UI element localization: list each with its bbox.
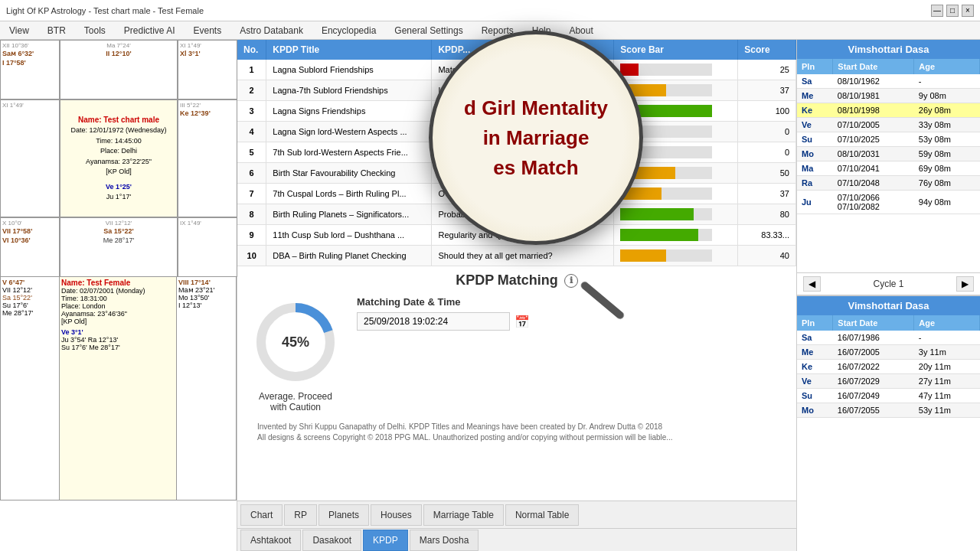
menu-events[interactable]: Events <box>191 24 225 37</box>
tab-rp[interactable]: RP <box>284 504 317 526</box>
dasa-date: 16/07/2029 <box>833 373 914 388</box>
dasa-date: 16/07/2022 <box>833 359 914 373</box>
dasa-row: Ve 16/07/2029 27y 11m <box>797 373 980 388</box>
dasa-age: 53y 08m <box>914 132 980 147</box>
menu-astro-databank[interactable]: Astro Databank <box>237 24 306 37</box>
dasa-row: Ra 07/10/2048 76y 08m <box>797 176 980 191</box>
dasa-pln: Sa <box>797 74 833 89</box>
menu-encyclopedia[interactable]: Encyclopedia <box>318 24 379 37</box>
donut-section: 45% Average. Proceed with Caution <box>250 296 341 412</box>
menu-view[interactable]: View <box>6 24 32 37</box>
dasa-age: - <box>914 331 980 345</box>
person2-time: Time: 18:31:00 <box>61 295 175 302</box>
house-extra-right: VIII 17°14' Maᴍ 23°21' Mo 13°50' I 12°13… <box>177 277 237 500</box>
dasa2-table-wrapper[interactable]: Pln Start Date Age Sa 16/07/1986 - Me 16… <box>797 315 980 552</box>
dasa-pln: Mo <box>797 147 833 161</box>
dasa-date: 07/10/2041 <box>833 161 914 176</box>
magnifier-overlay: d Girl Mentality in Marriage es Match <box>429 31 643 245</box>
menu-btr[interactable]: BTR <box>44 24 69 37</box>
cell-title: 7th Cuspal Lords – Birth Ruling Pl... <box>266 184 432 204</box>
date-input[interactable] <box>357 312 510 331</box>
tab-chart[interactable]: Chart <box>240 504 283 526</box>
dasa-pln: Ju <box>797 191 833 214</box>
house-9: VII 12°12' Sa 15°22' Me 28°17' <box>60 217 178 277</box>
tab-kpdp[interactable]: KPDP <box>363 530 408 551</box>
tab-marriage-table[interactable]: Marriage Table <box>423 504 504 526</box>
cell-no: 1 <box>237 60 266 80</box>
cell-title: 7th Sub lord-Western Aspects Frie... <box>266 142 432 163</box>
app-title: Light Of KP Astrology - Test chart male … <box>6 6 204 15</box>
cell-kpdp: Should they at all get married? <box>432 246 614 266</box>
birth-chart: XII 10°36' Saᴍ 6°32' I 17°58' Ma 7°24' I… <box>0 40 237 277</box>
dasa-pln: Sa <box>797 331 833 345</box>
tab-houses[interactable]: Houses <box>371 504 422 526</box>
title-bar: Light Of KP Astrology - Test chart male … <box>0 0 980 21</box>
dasa-age: 27y 11m <box>914 373 980 388</box>
dasa1-col-pln: Pln <box>797 59 833 74</box>
dasa-date: 07/10/2025 <box>833 132 914 147</box>
cell-no: 7 <box>237 184 266 204</box>
tab-mars-dosha[interactable]: Mars Dosha <box>410 530 479 551</box>
cell-no: 5 <box>237 142 266 163</box>
date-label: Matching Date & Time <box>357 296 784 308</box>
house-8: IX 1°49' <box>178 217 237 277</box>
dasa1-prev[interactable]: ◀ <box>803 276 821 292</box>
person1-ayanamsa-chart: Ayanamsa: 23°22'25" <box>86 157 152 168</box>
menu-tools[interactable]: Tools <box>81 24 109 37</box>
dasa2-col-pln: Pln <box>797 315 833 331</box>
table-row: 10 DBA – Birth Ruling Planet Checking Sh… <box>237 246 796 266</box>
close-button[interactable]: × <box>962 5 974 17</box>
tab-planets[interactable]: Planets <box>318 504 369 526</box>
dasa-date: 08/10/1998 <box>833 103 914 118</box>
dasa1-next[interactable]: ▶ <box>956 276 974 292</box>
dasa-age: - <box>914 74 980 89</box>
dasa1-table-wrapper[interactable]: Pln Start Date Age Sa 08/10/1962 - Me 08… <box>797 59 980 272</box>
vimshottari-section-1: Vimshottari Dasa Pln Start Date Age Sa 0… <box>797 40 980 295</box>
dasa-row: Mo 16/07/2055 53y 11m <box>797 403 980 417</box>
matching-section: KPDP Matching ℹ 45% Average. P <box>237 266 796 500</box>
cell-score: 83.33... <box>738 225 796 246</box>
house-11: XI 1°49' <box>0 99 60 217</box>
dasa1-nav: ◀ Cycle 1 ▶ <box>797 272 980 295</box>
matching-title-text: KPDP Matching <box>456 272 558 289</box>
dasa-row: Sa 16/07/1986 - <box>797 331 980 345</box>
cell-title: Lagna Signs Friendships <box>266 101 432 122</box>
dasa-date: 16/07/2055 <box>833 403 914 417</box>
dasa-date: 08/10/2031 <box>833 147 914 161</box>
person2-kp: [KP Old] <box>61 318 175 325</box>
calendar-icon[interactable]: 📅 <box>514 315 530 329</box>
dasa2-col-age: Age <box>914 315 980 331</box>
dasa-age: 53y 11m <box>914 403 980 417</box>
maximize-button[interactable]: □ <box>946 5 959 17</box>
dasa-pln: Su <box>797 132 833 147</box>
copyright-text: Invented by Shri Kuppu Ganapathy of Delh… <box>250 419 784 446</box>
tab-normal-table[interactable]: Normal Table <box>505 504 579 526</box>
matching-title: KPDP Matching ℹ <box>250 272 784 289</box>
dasa-age: 33y 08m <box>914 118 980 132</box>
dasa-age: 59y 08m <box>914 147 980 161</box>
cell-score: 25 <box>738 60 796 80</box>
minimize-button[interactable]: — <box>931 5 943 17</box>
tab-dasakoot[interactable]: Dasakoot <box>302 530 361 551</box>
person1-date-chart: Date: 12/01/1972 (Wednesday) <box>71 126 167 136</box>
dasa-age: 9y 08m <box>914 89 980 103</box>
dasa-date: 16/07/2049 <box>833 388 914 403</box>
menu-predictive-ai[interactable]: Predictive AI <box>121 24 178 37</box>
magnifier-line2: in Marriage <box>464 123 608 153</box>
dasa2-title: Vimshottari Dasa <box>797 296 980 315</box>
info-icon[interactable]: ℹ <box>564 274 578 288</box>
dasa-row: Su 07/10/2025 53y 08m <box>797 132 980 147</box>
dasa-pln: Ve <box>797 373 833 388</box>
dasa-age: 3y 11m <box>914 344 980 359</box>
tab-ashtakoot[interactable]: Ashtakoot <box>240 530 301 551</box>
bottom-tabs-row2: Ashtakoot Dasakoot KPDP Mars Dosha <box>237 528 796 551</box>
cell-score: 37 <box>738 80 796 101</box>
dasa-date: 08/10/1962 <box>833 74 914 89</box>
house-10: X 10°0' VII 17°58' VI 10°36' <box>0 217 60 277</box>
dasa-age: 69y 08m <box>914 161 980 176</box>
dasa-row: Ke 08/10/1998 26y 08m <box>797 103 980 118</box>
cell-no: 4 <box>237 122 266 142</box>
dasa-pln: Me <box>797 89 833 103</box>
dasa-age: 94y 08m <box>914 191 980 214</box>
dasa-row: Ju 07/10/206607/10/2082 94y 08m <box>797 191 980 214</box>
